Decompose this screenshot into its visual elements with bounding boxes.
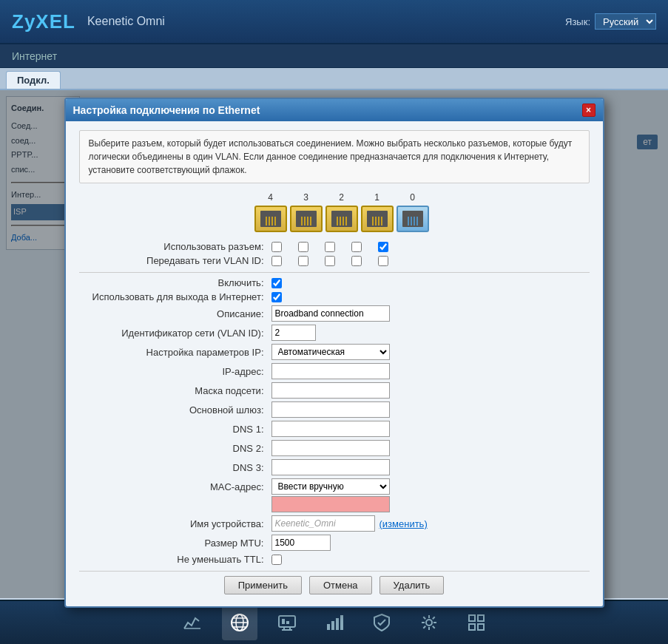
dialog-close-button[interactable]: ×: [582, 104, 596, 117]
gateway-row: Основной шлюз:: [79, 401, 590, 418]
ttl-checkbox[interactable]: [271, 555, 282, 565]
port-4-icon[interactable]: [254, 206, 287, 232]
vlan-id-label: Идентификатор сети (VLAN ID):: [79, 328, 271, 339]
page-title: Интернет: [12, 50, 57, 62]
vlan-id-row: Идентификатор сети (VLAN ID):: [79, 325, 590, 341]
grid-icon[interactable]: [459, 605, 494, 640]
use-port-row: Использовать разъем:: [79, 241, 590, 252]
logo: ZyXEL: [12, 10, 75, 33]
ip-address-label: IP-адрес:: [79, 366, 271, 377]
svg-rect-10: [282, 619, 285, 624]
vlan-tag-4-checkbox[interactable]: [271, 256, 282, 266]
vlan-tag-row: Передавать теги VLAN ID:: [79, 255, 590, 266]
svg-rect-17: [469, 615, 475, 621]
dns1-input[interactable]: [271, 421, 390, 437]
apply-button[interactable]: Применить: [224, 576, 302, 594]
svg-rect-15: [340, 615, 343, 630]
port-2-icon[interactable]: [325, 206, 358, 232]
ip-address-input[interactable]: [271, 363, 390, 379]
svg-rect-11: [286, 621, 289, 624]
port-num-0: 0: [397, 192, 429, 203]
internet-row: Использовать для выхода в Интернет:: [79, 291, 590, 302]
dns3-row: DNS 3:: [79, 459, 590, 475]
ethernet-dialog: Настройка подключения по Ethernet × Выбе…: [64, 98, 604, 608]
tab-connections[interactable]: Подкл.: [6, 71, 61, 89]
port-3-icon[interactable]: [290, 206, 323, 232]
use-port-label: Использовать разъем:: [79, 241, 271, 252]
globe-icon[interactable]: [222, 605, 257, 640]
port-num-1: 1: [361, 192, 394, 203]
dns1-row: DNS 1:: [79, 421, 590, 437]
svg-rect-19: [469, 624, 475, 630]
enable-label: Включить:: [79, 277, 271, 288]
gateway-label: Основной шлюз:: [79, 404, 271, 416]
vlan-tag-0-checkbox[interactable]: [378, 256, 388, 266]
description-row: Описание:: [79, 305, 590, 322]
model-name: Keenetic Omni: [87, 15, 165, 28]
delete-button[interactable]: Удалить: [379, 576, 445, 594]
mac-address-input[interactable]: [271, 496, 390, 512]
dns3-label: DNS 3:: [79, 462, 271, 473]
port-num-3: 3: [290, 192, 323, 203]
vlan-tag-1-checkbox[interactable]: [351, 256, 362, 266]
subnet-label: Маска подсети:: [79, 385, 271, 396]
cancel-button[interactable]: Отмена: [309, 576, 372, 594]
shield-icon[interactable]: [364, 605, 399, 640]
vlan-tag-2-checkbox[interactable]: [325, 256, 335, 266]
mac-label: MAC-адрес:: [79, 481, 271, 492]
vlan-tag-3-checkbox[interactable]: [298, 256, 308, 266]
description-input[interactable]: [271, 305, 390, 322]
dns1-label: DNS 1:: [79, 424, 271, 435]
bars-icon[interactable]: [317, 605, 352, 640]
chart-icon[interactable]: [175, 605, 210, 640]
use-port-3-checkbox[interactable]: [298, 242, 308, 252]
port-1-icon[interactable]: [361, 206, 394, 232]
mac-row: MAC-адрес: Ввести вручную Клонировать Ав…: [79, 478, 590, 495]
device-name-input[interactable]: [271, 515, 375, 532]
divider-footer: [79, 571, 590, 572]
device-name-label: Имя устройства:: [79, 518, 271, 529]
dialog-overlay: Настройка подключения по Ethernet × Выбе…: [0, 90, 668, 598]
port-num-2: 2: [325, 192, 358, 203]
port-icons-row: [254, 206, 429, 232]
dns2-row: DNS 2:: [79, 440, 590, 456]
info-box: Выберите разъем, который будет использов…: [79, 130, 590, 183]
change-link[interactable]: (изменить): [379, 518, 428, 529]
use-port-checkboxes: [271, 242, 388, 252]
lang-select[interactable]: Русский: [595, 13, 656, 30]
vlan-tag-label: Передавать теги VLAN ID:: [79, 255, 271, 266]
svg-point-16: [426, 620, 432, 626]
ip-address-row: IP-адрес:: [79, 363, 590, 379]
header: ZyXEL Keenetic Omni Язык: Русский: [0, 0, 668, 44]
use-port-1-checkbox[interactable]: [351, 242, 362, 252]
dns2-label: DNS 2:: [79, 443, 271, 454]
vlan-id-input[interactable]: [271, 325, 316, 341]
ip-settings-select[interactable]: Автоматическая Вручную: [271, 344, 390, 360]
internet-checkbox[interactable]: [271, 292, 282, 302]
monitor-icon[interactable]: [269, 605, 305, 640]
enable-checkbox[interactable]: [271, 278, 282, 288]
use-port-2-checkbox[interactable]: [325, 242, 335, 252]
svg-rect-14: [336, 618, 339, 630]
mac-input-row: [79, 496, 590, 512]
port-selector: 4 3 2 1 0: [79, 192, 590, 232]
sub-header: Интернет: [0, 44, 668, 68]
use-port-4-checkbox[interactable]: [271, 242, 282, 252]
mtu-input[interactable]: [271, 535, 331, 551]
port-numbers-row: 4 3 2 1 0: [254, 192, 429, 203]
port-num-4: 4: [254, 192, 287, 203]
svg-rect-12: [327, 624, 330, 630]
ttl-row: Не уменьшать TTL:: [79, 554, 590, 565]
port-0-icon[interactable]: [397, 206, 429, 232]
subnet-input[interactable]: [271, 382, 390, 399]
mtu-row: Размер MTU:: [79, 535, 590, 551]
use-port-0-checkbox[interactable]: [378, 242, 388, 252]
gear-icon[interactable]: [411, 605, 447, 640]
mac-select[interactable]: Ввести вручную Клонировать Авто: [271, 478, 390, 495]
ttl-label: Не уменьшать TTL:: [79, 554, 271, 565]
dns2-input[interactable]: [271, 440, 390, 456]
dns3-input[interactable]: [271, 459, 390, 475]
divider-1: [79, 272, 590, 273]
enable-row: Включить:: [79, 277, 590, 288]
gateway-input[interactable]: [271, 401, 390, 418]
